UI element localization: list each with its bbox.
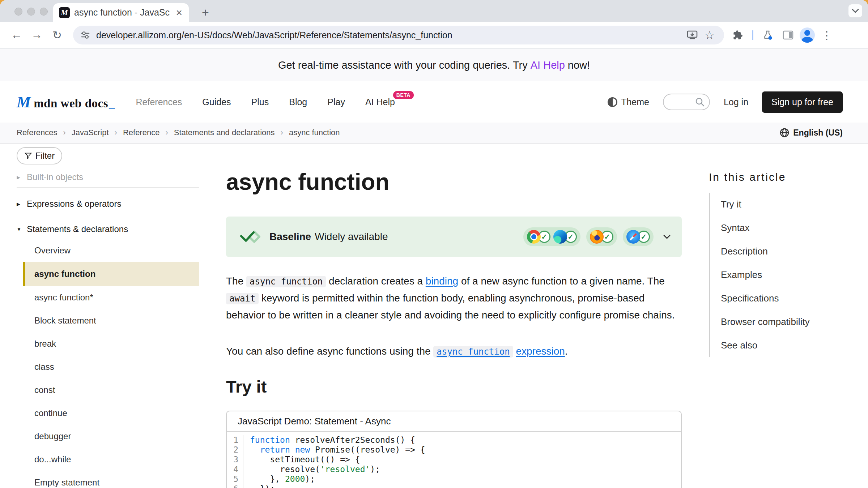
- sidebar-item[interactable]: ▶Expressions & operators: [17, 194, 199, 214]
- install-app-button[interactable]: [684, 26, 701, 44]
- code-token: resolve(: [250, 465, 320, 474]
- sidebar-item[interactable]: ▼Statements & declarations: [17, 219, 199, 239]
- inline-link[interactable]: expression: [516, 346, 565, 357]
- theme-label: Theme: [621, 97, 649, 107]
- code-line: 2 return new Promise((resolve) => {: [227, 445, 681, 455]
- sidebar-item-label: Block statement: [34, 316, 96, 326]
- chrome-icon: [527, 230, 541, 244]
- sidebar-item[interactable]: debugger: [17, 425, 199, 448]
- code-line: 6 });: [227, 484, 681, 488]
- code-token: [250, 445, 260, 454]
- breadcrumb-separator: ›: [63, 128, 66, 137]
- nav-item-references[interactable]: References: [136, 97, 182, 107]
- tab-strip: M async function - JavaScript | × +: [0, 0, 868, 22]
- browser-support-group: ✓: [623, 227, 654, 246]
- toc-item[interactable]: Try it: [721, 193, 861, 216]
- sidebar-item-active[interactable]: async function: [23, 262, 199, 286]
- extensions-button[interactable]: [729, 26, 746, 44]
- nav-item-play[interactable]: Play: [327, 97, 345, 107]
- nav-item-plus[interactable]: Plus: [251, 97, 269, 107]
- breadcrumb-item[interactable]: References: [17, 128, 58, 137]
- tab-close-icon[interactable]: ×: [174, 7, 184, 18]
- toc-item[interactable]: Browser compatibility: [721, 310, 861, 334]
- promo-banner: Get real-time assistance with your codin…: [0, 49, 868, 81]
- search-cursor: _: [671, 97, 676, 108]
- url-text[interactable]: developer.allizom.org/en-US/docs/Web/Jav…: [96, 30, 684, 40]
- search-icon: [695, 97, 705, 107]
- breadcrumb-separator: ›: [281, 128, 283, 137]
- browser-tab[interactable]: M async function - JavaScript | ×: [53, 3, 189, 22]
- inline-code-link[interactable]: async function: [433, 346, 513, 358]
- sidebar-item[interactable]: break: [17, 332, 199, 355]
- side-panel-button[interactable]: [779, 26, 797, 44]
- sidebar-item[interactable]: async function*: [17, 286, 199, 309]
- window-zoom-button[interactable]: [40, 8, 48, 16]
- signup-button[interactable]: Sign up for free: [762, 91, 843, 113]
- primary-nav: ReferencesGuidesPlusBlogPlayAI HelpBETA: [136, 97, 395, 107]
- sidebar-item-label: do...while: [34, 454, 71, 465]
- sidebar-item[interactable]: Block statement: [17, 309, 199, 332]
- toc-item[interactable]: Syntax: [721, 216, 861, 240]
- reload-button[interactable]: ↻: [47, 25, 67, 45]
- sidebar-item[interactable]: continue: [17, 402, 199, 425]
- breadcrumb-item[interactable]: async function: [289, 128, 340, 137]
- breadcrumb-item[interactable]: JavaScript: [72, 128, 109, 137]
- window-close-button[interactable]: [14, 8, 22, 16]
- baseline-banner[interactable]: BaselineWidely available ✓✓✓✓: [226, 217, 682, 257]
- tab-favicon-icon: M: [59, 7, 70, 18]
- login-link[interactable]: Log in: [724, 97, 748, 107]
- locale-label: English (US): [793, 128, 843, 138]
- toc-item[interactable]: Specifications: [721, 287, 861, 310]
- toc-item[interactable]: See also: [721, 334, 861, 357]
- filter-button[interactable]: Filter: [17, 147, 62, 164]
- tab-search-button[interactable]: [848, 4, 862, 17]
- window-minimize-button[interactable]: [27, 8, 35, 16]
- chevron-down-icon: [852, 9, 859, 13]
- sidebar: Filter ▶Built-in objects▶Expressions & o…: [17, 144, 199, 488]
- interactive-demo: JavaScript Demo: Statement - Async 1func…: [226, 411, 682, 488]
- code-token: 'resolved': [320, 465, 370, 474]
- sidebar-item-label: Built-in objects: [27, 172, 83, 182]
- bookmark-button[interactable]: ☆: [701, 26, 718, 44]
- mdn-logo-text: mdn web docs: [34, 97, 108, 110]
- side-panel-icon: [783, 30, 793, 40]
- sidebar-item[interactable]: const: [17, 378, 199, 402]
- inline-link[interactable]: binding: [426, 275, 458, 287]
- promo-ai-help-link[interactable]: AI Help: [531, 59, 565, 71]
- chevron-right-icon: ▶: [17, 175, 23, 180]
- toc-item[interactable]: Examples: [721, 263, 861, 287]
- nav-item-guides[interactable]: Guides: [202, 97, 231, 107]
- theme-switcher[interactable]: Theme: [608, 97, 649, 107]
- breadcrumb-item[interactable]: Statements and declarations: [174, 128, 275, 137]
- code-text: }, 2000);: [243, 474, 315, 484]
- more-menu-button[interactable]: ⋮: [818, 29, 836, 42]
- forward-button[interactable]: →: [27, 25, 47, 45]
- code-editor[interactable]: 1function resolveAfter2Seconds() {2 retu…: [227, 432, 681, 488]
- site-info-icon[interactable]: [80, 30, 90, 40]
- sidebar-item-label: Statements & declarations: [27, 224, 128, 234]
- search-input[interactable]: _: [663, 94, 710, 110]
- sidebar-item[interactable]: do...while: [17, 448, 199, 471]
- address-bar[interactable]: developer.allizom.org/en-US/docs/Web/Jav…: [73, 26, 724, 44]
- nav-item-ai-help[interactable]: AI HelpBETA: [365, 97, 395, 107]
- toolbar-separator: [752, 30, 753, 40]
- nav-item-blog[interactable]: Blog: [289, 97, 307, 107]
- back-button[interactable]: ←: [7, 25, 27, 45]
- mdn-logo[interactable]: M mdn web docs _: [17, 93, 115, 111]
- sidebar-item[interactable]: Overview: [17, 239, 199, 262]
- profile-avatar[interactable]: [800, 27, 815, 43]
- locale-switcher[interactable]: English (US): [779, 128, 843, 138]
- sidebar-item[interactable]: Empty statement: [17, 471, 199, 488]
- breadcrumb-item[interactable]: Reference: [123, 128, 160, 137]
- baseline-label: Baseline: [269, 231, 311, 242]
- toc: In this article Try itSyntaxDescriptionE…: [709, 144, 861, 357]
- new-tab-button[interactable]: +: [198, 5, 213, 20]
- chevron-right-icon: ▶: [17, 201, 23, 207]
- sidebar-item[interactable]: ▶Built-in objects: [17, 167, 199, 187]
- article: async function BaselineWidely available …: [226, 144, 682, 488]
- baseline-expand-button[interactable]: [663, 234, 671, 239]
- toc-item[interactable]: Description: [721, 240, 861, 263]
- experiments-button[interactable]: [759, 26, 776, 44]
- sidebar-item[interactable]: class: [17, 355, 199, 378]
- browser-support-group: ✓: [586, 227, 617, 246]
